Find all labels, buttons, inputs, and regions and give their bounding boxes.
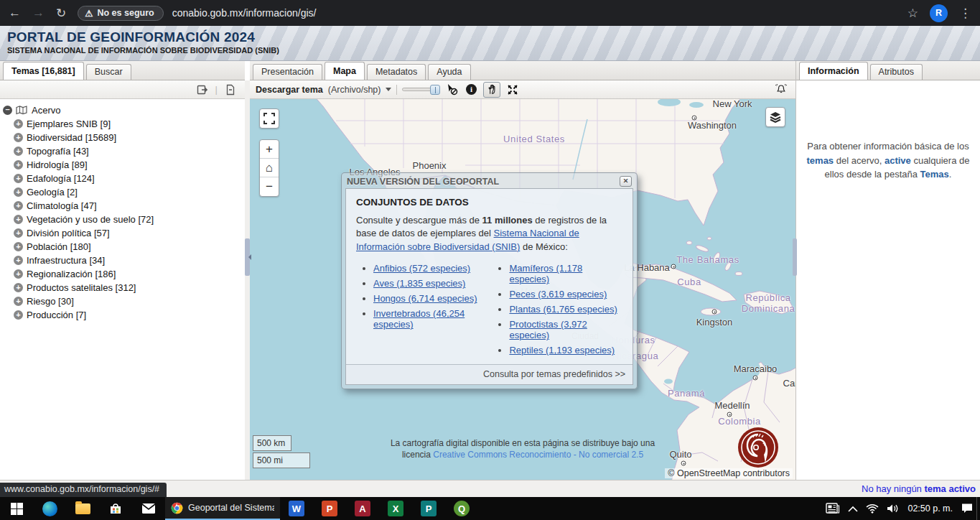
dialog-titlebar[interactable]: NUEVA VERSIÓN DEL GEOPORTAL ✕ (345, 175, 633, 188)
tree-node[interactable]: Infraestructura [34] (14, 254, 245, 266)
tree-node[interactable]: Climatología [47] (14, 199, 245, 212)
action-center-icon[interactable] (961, 503, 974, 514)
tree-node[interactable]: Vegetación y uso de suelo [72] (14, 213, 245, 226)
open-window-icon[interactable] (195, 83, 210, 97)
reload-icon[interactable]: ↻ (56, 6, 66, 21)
tab-informacion[interactable]: Información (799, 62, 868, 80)
expand-icon[interactable] (14, 256, 23, 265)
volume-icon[interactable] (887, 503, 900, 514)
species-link-anfibios[interactable]: Anfibios (572 especies) (373, 263, 470, 274)
expand-icon[interactable] (14, 119, 23, 129)
expand-icon[interactable] (14, 160, 23, 170)
clock[interactable]: 02:50 p. m. (907, 503, 953, 514)
tree-node[interactable]: Biodiversidad [15689] (14, 131, 245, 144)
notifications-bell-icon[interactable] (774, 83, 788, 97)
expand-icon[interactable] (14, 297, 23, 306)
deselect-tool-icon[interactable] (444, 83, 459, 97)
tree-node[interactable]: Edafología [124] (14, 172, 245, 185)
tab-presentacion[interactable]: Presentación (253, 64, 322, 80)
show-desktop-strip[interactable] (976, 497, 980, 520)
expand-icon[interactable] (14, 310, 23, 320)
tree-node[interactable]: Población [180] (14, 240, 245, 253)
map-canvas[interactable]: New York Washington United States Phoeni… (250, 99, 795, 480)
zoom-out-button[interactable]: − (260, 177, 279, 196)
tab-mapa[interactable]: Mapa (325, 62, 365, 80)
file-explorer-button[interactable] (66, 497, 99, 520)
news-widget-icon[interactable] (826, 503, 840, 514)
store-button[interactable] (99, 497, 132, 520)
expand-icon[interactable] (14, 215, 23, 224)
tree-node[interactable]: Regionalización [186] (14, 267, 245, 280)
address-bar[interactable]: ⚠No es seguro conabio.gob.mx/informacion… (78, 6, 896, 21)
bookmark-star-icon[interactable]: ☆ (907, 6, 918, 21)
expand-icon[interactable] (14, 228, 23, 238)
tab-metadatos[interactable]: Metadatos (367, 64, 426, 80)
forward-icon[interactable]: → (32, 6, 45, 20)
excel-button[interactable]: X (379, 497, 412, 520)
expand-icon[interactable] (14, 242, 23, 251)
tab-buscar[interactable]: Buscar (86, 64, 131, 80)
tray-expand-icon[interactable] (848, 506, 858, 512)
collapse-right-handle[interactable] (793, 238, 797, 276)
tree-node[interactable]: División política [57] (14, 226, 245, 239)
download-theme-button[interactable]: Descargar tema (256, 85, 323, 95)
collapse-left-handle[interactable] (245, 238, 250, 276)
expand-icon[interactable] (14, 201, 23, 210)
tree-node[interactable]: Hidrología [89] (14, 158, 245, 171)
collapse-icon[interactable] (3, 106, 12, 115)
tree-node[interactable]: Riesgo [30] (14, 294, 245, 307)
tab-temas[interactable]: Temas [16,881] (3, 62, 84, 80)
home-button[interactable]: ⌂ (260, 159, 279, 177)
security-chip[interactable]: ⚠No es seguro (78, 6, 163, 21)
close-icon[interactable]: ✕ (620, 176, 632, 187)
expand-icon[interactable] (14, 147, 23, 156)
expand-icon[interactable] (14, 174, 23, 183)
tab-atributos[interactable]: Atributos (870, 64, 923, 80)
expand-icon[interactable] (14, 133, 23, 142)
publisher-button[interactable]: P (412, 497, 445, 520)
browser-menu-icon[interactable]: ⋮ (959, 6, 971, 21)
license-link[interactable]: Creative Commons Reconocimiento - No com… (433, 450, 643, 460)
species-link-protoctistas[interactable]: Protoctistas (3,972 especies) (509, 319, 587, 340)
tree-node[interactable]: Ejemplares SNIB [9] (14, 117, 245, 130)
tree-node[interactable]: Geología [2] (14, 185, 245, 198)
wifi-icon[interactable] (866, 503, 879, 514)
tree-node[interactable]: Productos satelitales [312] (14, 281, 245, 294)
species-link-plantas[interactable]: Plantas (61,765 especies) (509, 304, 617, 315)
species-link-hongos[interactable]: Hongos (6,714 especies) (373, 293, 477, 304)
species-link-reptiles[interactable]: Reptiles (1,193 especies) (509, 345, 615, 356)
info-tool-icon[interactable]: i (464, 83, 478, 97)
tree-node-acervo[interactable]: Acervo (3, 103, 245, 116)
fullscreen-button[interactable] (259, 108, 279, 129)
qgis-button[interactable]: Q (445, 497, 478, 520)
back-icon[interactable]: ← (9, 6, 21, 20)
word-button[interactable]: W (280, 497, 313, 520)
powerpoint-button[interactable]: P (313, 497, 346, 520)
species-link-aves[interactable]: Aves (1,835 especies) (373, 278, 465, 289)
tree-node[interactable]: Producción [7] (14, 308, 245, 321)
chrome-taskbar-button[interactable]: Geoportal del Sistema... (165, 497, 280, 520)
pan-tool-icon[interactable] (483, 82, 500, 98)
species-link-invertebrados[interactable]: Invertebrados (46,254 especies) (373, 308, 465, 330)
layers-button[interactable] (765, 107, 785, 127)
predefined-themes-link[interactable]: Consulta por temas predefinidos >> (346, 364, 633, 384)
left-splitter[interactable] (245, 80, 250, 480)
collapse-all-icon[interactable] (223, 83, 238, 97)
expand-icon[interactable] (14, 187, 23, 197)
species-link-mamiferos[interactable]: Mamíferos (1,178 especies) (509, 263, 582, 284)
edge-button[interactable] (33, 497, 66, 520)
tab-ayuda[interactable]: Ayuda (428, 64, 470, 80)
url-text[interactable]: conabio.gob.mx/informacion/gis/ (172, 7, 317, 19)
start-button[interactable] (0, 497, 33, 520)
species-link-peces[interactable]: Peces (3,619 especies) (509, 289, 607, 300)
transparency-slider[interactable] (402, 88, 439, 91)
tree-node[interactable]: Topografía [43] (14, 144, 245, 157)
full-extent-icon[interactable] (505, 83, 520, 97)
expand-icon[interactable] (14, 283, 23, 292)
zoom-in-button[interactable]: + (260, 140, 279, 159)
chevron-down-icon[interactable] (386, 88, 391, 94)
profile-avatar[interactable]: R (930, 4, 948, 22)
expand-icon[interactable] (14, 269, 23, 279)
mail-button[interactable] (132, 497, 165, 520)
access-button[interactable]: A (346, 497, 379, 520)
